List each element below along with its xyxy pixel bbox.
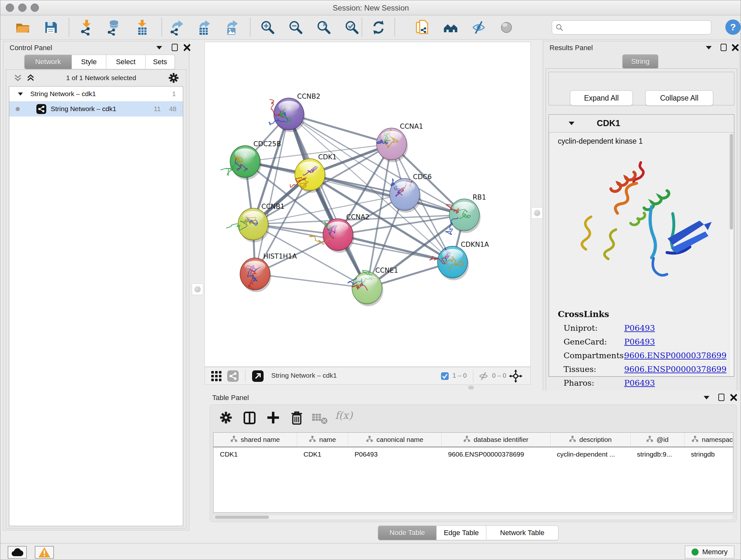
expand-all-icon[interactable] — [26, 73, 35, 83]
tab-network[interactable]: Network — [24, 55, 72, 69]
column-header-database-identifier[interactable]: database identifier — [442, 433, 550, 447]
crosslink-label: Uniprot: — [563, 323, 624, 333]
tab-sets[interactable]: Sets — [145, 55, 175, 69]
import-network-file-icon[interactable] — [78, 19, 94, 36]
network-node-CCNE1[interactable] — [348, 270, 383, 306]
gear-icon[interactable] — [167, 71, 180, 84]
selected-checkbox[interactable] — [441, 372, 449, 380]
share-network-icon[interactable] — [227, 370, 239, 382]
float-panel-icon[interactable] — [704, 396, 710, 399]
entry-collapse-icon[interactable] — [569, 122, 575, 125]
network-node-CCNB1[interactable] — [226, 208, 270, 242]
add-icon[interactable] — [266, 410, 281, 425]
network-edge-CCNB2-HIST1H1A[interactable] — [255, 114, 289, 274]
network-edge-HIST1H1A-CCNE1[interactable] — [255, 274, 367, 288]
table-cell[interactable]: cyclin-dependent ... — [550, 447, 630, 461]
network-node-CCNA1[interactable] — [377, 128, 408, 162]
table-cell[interactable]: P06493 — [348, 447, 442, 461]
export-table-icon[interactable] — [196, 19, 212, 36]
cloud-button[interactable] — [8, 546, 27, 559]
save-session-icon[interactable] — [43, 19, 59, 36]
network-node-CDC6[interactable] — [390, 179, 421, 212]
tab-node-table[interactable]: Node Table — [378, 525, 436, 540]
collapse-all-icon[interactable] — [13, 73, 22, 83]
network-node-CDC25B[interactable] — [220, 145, 261, 180]
table-cell[interactable]: CDK1 — [297, 447, 348, 461]
network-row-selected[interactable]: String Network – cdk1 11 48 — [9, 101, 183, 117]
tree-expand-icon[interactable] — [18, 92, 23, 95]
network-collection-row[interactable]: String Network – cdk1 1 — [9, 86, 183, 101]
export-network-icon[interactable] — [168, 19, 184, 36]
help-button[interactable]: ? — [725, 19, 741, 35]
left-splitter-handle[interactable] — [192, 284, 203, 295]
tab-edge-table[interactable]: Edge Table — [436, 525, 486, 540]
tab-string[interactable]: String — [622, 54, 658, 69]
undock-panel-icon[interactable] — [721, 44, 727, 51]
network-canvas[interactable]: CCNB2CCNA1CDC25BCDK1CDC6RB1CCNB1CCNA2CDK… — [205, 42, 531, 367]
expand-all-button[interactable]: Expand All — [570, 90, 633, 106]
close-panel-icon[interactable] — [183, 44, 191, 51]
collapse-all-button[interactable]: Collapse All — [645, 90, 713, 106]
network-node-RB1[interactable] — [446, 199, 481, 235]
crosslink-link[interactable]: 9606.ENSP00000378699 — [624, 351, 727, 360]
table-gear-icon[interactable] — [218, 410, 233, 425]
network-node-HIST1H1A[interactable] — [240, 258, 271, 292]
export-image-icon[interactable] — [223, 19, 239, 36]
close-panel-icon[interactable] — [731, 44, 739, 51]
crosslink-link[interactable]: P06493 — [624, 337, 655, 347]
crosslink-link[interactable]: P06493 — [624, 378, 655, 388]
column-header-shared-name[interactable]: shared name — [213, 433, 297, 447]
tab-select[interactable]: Select — [106, 55, 145, 69]
table-cell[interactable]: stringdb:9... — [630, 447, 684, 461]
warning-button[interactable] — [35, 546, 54, 559]
open-in-window-icon[interactable] — [252, 370, 264, 382]
undock-panel-icon[interactable] — [172, 44, 178, 51]
crosslink-link[interactable]: P06493 — [624, 323, 655, 333]
table-cell[interactable]: 9606.ENSP00000378699 — [442, 447, 550, 461]
zoom-fit-icon[interactable] — [316, 19, 332, 36]
import-table-icon[interactable] — [134, 19, 150, 36]
import-network-database-icon[interactable] — [105, 19, 121, 36]
right-splitter-handle[interactable] — [531, 207, 543, 219]
table-cell[interactable]: CDK1 — [213, 447, 297, 461]
crosslink-link[interactable]: 9606.ENSP00000378699 — [624, 365, 727, 374]
hide-eye-slash-icon[interactable] — [471, 19, 487, 36]
column-header-namespace[interactable]: namespace — [684, 433, 733, 447]
birds-eye-grid-icon[interactable] — [211, 370, 222, 382]
memory-button[interactable]: Memory — [685, 546, 734, 558]
entry-header[interactable]: CDK1 — [549, 115, 734, 132]
network-node-CCNB2[interactable] — [269, 98, 305, 132]
column-header-canonical-name[interactable]: canonical name — [348, 433, 442, 447]
column-type-icon — [569, 435, 576, 444]
zoom-in-icon[interactable] — [260, 19, 276, 36]
houses-icon[interactable] — [443, 19, 459, 36]
string-network-document-icon[interactable] — [414, 19, 430, 36]
zoom-out-icon[interactable] — [288, 19, 304, 36]
delete-trash-icon[interactable] — [289, 410, 305, 425]
results-scrollbar[interactable] — [729, 133, 733, 376]
search-input[interactable] — [566, 24, 711, 31]
column-header--id[interactable]: @id — [630, 433, 684, 447]
network-graph[interactable]: CCNB2CCNA1CDC25BCDK1CDC6RB1CCNB1CCNA2CDK… — [205, 42, 530, 367]
tab-network-table[interactable]: Network Table — [486, 525, 558, 540]
column-header-name[interactable]: name — [297, 433, 348, 447]
graphics-details-eye-icon[interactable] — [498, 19, 515, 36]
columns-icon[interactable] — [242, 410, 257, 425]
table-row[interactable]: CDK1CDK1P064939606.ENSP00000378699cyclin… — [213, 447, 733, 461]
pan-crosshair-icon[interactable] — [509, 369, 523, 383]
float-panel-icon[interactable] — [706, 46, 712, 50]
horizontal-splitter-handle[interactable] — [468, 386, 474, 389]
search-field[interactable] — [552, 20, 711, 35]
open-session-icon[interactable] — [15, 19, 30, 36]
undock-panel-icon[interactable] — [718, 394, 724, 401]
table-cell[interactable]: stringdb — [684, 447, 733, 461]
column-header-description[interactable]: description — [550, 433, 630, 447]
apply-layout-icon[interactable] — [370, 19, 387, 36]
zoom-selected-icon[interactable] — [344, 19, 360, 36]
column-type-icon — [230, 435, 238, 444]
table-hscrollbar[interactable] — [213, 515, 733, 520]
float-panel-icon[interactable] — [156, 46, 162, 50]
close-panel-icon[interactable] — [730, 394, 738, 401]
tab-style[interactable]: Style — [72, 55, 106, 69]
network-status-dot — [16, 107, 20, 111]
